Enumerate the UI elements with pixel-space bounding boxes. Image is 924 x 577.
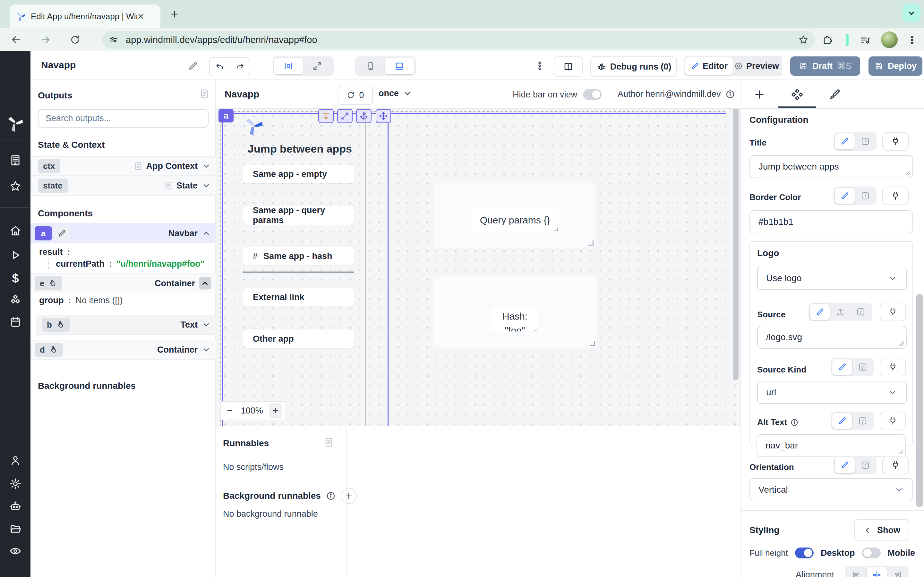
debug-runs-button[interactable]: Debug runs (0) <box>590 56 677 77</box>
insert-component-tab[interactable] <box>753 89 766 101</box>
workspace-icon[interactable] <box>9 154 21 166</box>
resize-corner-icon[interactable] <box>554 227 558 231</box>
more-menu-icon[interactable] <box>534 60 545 71</box>
bookmark-star-icon[interactable] <box>798 35 809 45</box>
nav-link-external[interactable]: External link <box>243 288 354 306</box>
upload-icon[interactable] <box>830 304 850 320</box>
folders-icon[interactable] <box>9 523 21 535</box>
static-pencil-icon[interactable] <box>835 133 855 149</box>
resize-corner-icon[interactable] <box>590 341 595 346</box>
nav-link-same-app-empty[interactable]: Same app - empty <box>243 165 354 183</box>
refresh-count-button[interactable]: 0 <box>338 85 373 105</box>
zoom-out-button[interactable]: − <box>224 405 235 416</box>
settings-components-tab[interactable] <box>791 89 803 101</box>
chevron-down-icon[interactable] <box>202 161 211 171</box>
canvas-scrollbar[interactable] <box>733 109 738 380</box>
orientation-select[interactable]: Vertical <box>750 478 913 501</box>
centered-layout-icon[interactable] <box>274 58 303 74</box>
align-end-icon[interactable] <box>887 567 907 577</box>
home-icon[interactable] <box>9 225 21 237</box>
rename-pencil-icon[interactable] <box>188 61 198 71</box>
avatar[interactable] <box>881 31 898 48</box>
styling-show-button[interactable]: Show <box>854 519 909 541</box>
component-row-text-b[interactable]: b Text <box>36 315 216 335</box>
query-params-container[interactable]: Query params {} <box>435 183 596 247</box>
alt-text-input[interactable]: nav_bar <box>756 434 906 457</box>
config-scrollbar[interactable] <box>916 294 923 507</box>
source-connect-plug-icon[interactable] <box>880 303 906 321</box>
expand-down-handle[interactable] <box>318 109 334 123</box>
url-field[interactable]: app.windmill.dev/apps/edit/u/henri/navap… <box>102 31 815 49</box>
resources-cubes-icon[interactable] <box>9 294 21 306</box>
url-text[interactable]: app.windmill.dev/apps/edit/u/henri/navap… <box>126 35 798 45</box>
info-icon[interactable] <box>725 89 735 99</box>
tab-editor[interactable]: Editor <box>685 57 733 75</box>
currentPath-value[interactable]: "u/henri/navapp#foo" <box>116 259 205 269</box>
runnables-doc-icon[interactable] <box>323 437 334 448</box>
variables-icon[interactable]: $ <box>9 271 21 284</box>
app-canvas[interactable]: a Jump between apps Same app - empty Sam… <box>216 109 740 426</box>
new-tab-button[interactable] <box>170 9 180 19</box>
docs-book-button[interactable] <box>554 56 583 77</box>
border-color-input[interactable]: #b1b1b1 <box>750 210 913 234</box>
nav-link-same-app-query[interactable]: Same app - query params <box>243 206 354 225</box>
site-settings-icon[interactable] <box>108 35 119 45</box>
browser-tab[interactable]: Edit App u/henri/navapp | Win <box>10 5 160 28</box>
result-key[interactable]: result <box>39 247 63 257</box>
workers-robot-icon[interactable] <box>9 500 21 513</box>
tab-group-indicator[interactable] <box>846 34 849 46</box>
tab-close-icon[interactable] <box>137 12 145 21</box>
zoom-in-button[interactable]: + <box>269 403 282 418</box>
nav-link-same-app-hash[interactable]: # Same app - hash <box>243 247 354 266</box>
deploy-button[interactable]: Deploy <box>869 56 922 76</box>
media-controls-icon[interactable] <box>859 35 871 45</box>
users-icon[interactable] <box>9 455 21 467</box>
full-height-mobile-toggle[interactable] <box>862 548 881 558</box>
static-pencil-icon[interactable] <box>832 359 852 375</box>
resize-corner-icon[interactable] <box>534 327 537 330</box>
hash-text-box[interactable]: Hash: "foo" <box>491 307 538 332</box>
desktop-view-icon[interactable] <box>385 58 414 74</box>
windmill-logo[interactable] <box>6 114 24 133</box>
nav-link-other-app[interactable]: Other app <box>243 330 354 348</box>
logo-select[interactable]: Use logo <box>757 267 907 290</box>
outputs-doc-icon[interactable] <box>199 89 210 99</box>
ctx-row[interactable]: ctx App Context <box>31 156 216 176</box>
static-pencil-icon[interactable] <box>832 413 852 429</box>
expand-handle[interactable] <box>337 109 352 123</box>
redo-icon[interactable] <box>230 58 250 76</box>
move-handle[interactable] <box>376 109 391 123</box>
chevron-down-icon[interactable] <box>202 181 211 190</box>
fx-icon[interactable] <box>853 359 873 375</box>
extensions-icon[interactable] <box>822 35 833 45</box>
title-input[interactable]: Jump between apps <box>750 155 913 178</box>
border-connect-plug-icon[interactable] <box>882 187 909 205</box>
styling-brush-tab[interactable] <box>829 89 841 101</box>
component-row-container-e[interactable]: e Container <box>31 274 216 293</box>
static-pencil-icon[interactable] <box>810 304 830 320</box>
align-center-icon[interactable] <box>867 567 887 577</box>
fullwidth-layout-icon[interactable] <box>303 58 332 74</box>
static-pencil-icon[interactable] <box>835 188 855 204</box>
source-kind-select[interactable]: url <box>757 381 907 404</box>
resize-corner-icon[interactable] <box>588 240 594 245</box>
settings-gear-icon[interactable] <box>9 478 21 490</box>
fx-icon[interactable] <box>855 133 875 149</box>
fx-icon[interactable] <box>853 413 873 429</box>
chevron-down-icon[interactable] <box>202 320 211 330</box>
full-height-desktop-toggle[interactable] <box>795 548 814 558</box>
browser-back-icon[interactable] <box>9 33 23 47</box>
query-params-text-box[interactable]: Query params {} <box>471 208 559 232</box>
info-icon[interactable] <box>326 491 336 501</box>
fx-icon[interactable] <box>851 304 871 320</box>
fx-icon[interactable] <box>855 457 875 473</box>
anchor-handle[interactable] <box>356 109 372 123</box>
tab-preview[interactable]: Preview <box>733 57 780 75</box>
component-edit-pencil-icon[interactable] <box>54 226 70 240</box>
schedules-calendar-icon[interactable] <box>9 316 21 328</box>
align-start-icon[interactable] <box>846 567 866 577</box>
browser-menu-icon[interactable] <box>907 35 918 45</box>
undo-icon[interactable] <box>210 58 230 76</box>
state-row[interactable]: state State <box>31 176 216 196</box>
browser-forward-icon[interactable] <box>39 33 53 47</box>
